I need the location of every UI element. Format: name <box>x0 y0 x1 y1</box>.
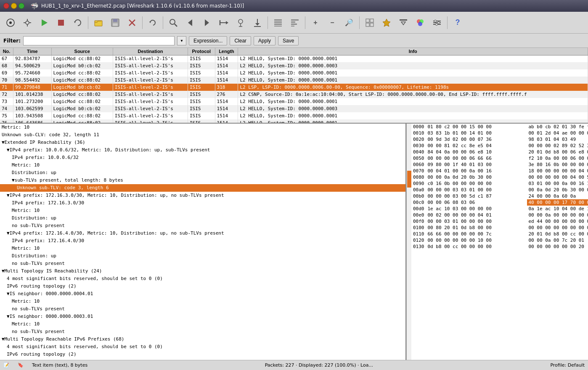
hex-row[interactable]: 005000 00 00 00 00 06 66 66f2 10 0a 00 0… <box>411 155 588 161</box>
detail-row[interactable]: 4 most significant bits reserved, should… <box>0 275 405 283</box>
hex-row[interactable]: 002000 9d 3d 02 00 00 07 3698 03 01 04 0… <box>411 136 588 143</box>
hex-row[interactable]: 008000 00 0a 0d 20 0b 30 0000 00 00 00 0… <box>411 174 588 180</box>
reload-btn[interactable] <box>145 15 161 31</box>
hex-row[interactable]: 00e000 02 00 00 00 00 04 0100 00 0a 00 0… <box>411 212 588 218</box>
detail-row[interactable]: no sub-TLVs present <box>0 222 405 230</box>
start-btn[interactable] <box>36 15 52 31</box>
table-row[interactable]: 76106.643686LogicMod cc:88:02ISIS-all-le… <box>0 119 588 124</box>
table-row[interactable]: 73101.273200LogicMod cc:88:02ISIS-all-le… <box>0 98 588 105</box>
detail-row[interactable]: ▼Multi Topology Reachable IPv6 Prefixes … <box>0 336 405 343</box>
options-btn[interactable] <box>19 15 35 31</box>
detail-row[interactable]: Metric: 10 <box>0 298 405 305</box>
filter-input[interactable] <box>23 36 175 45</box>
hex-row[interactable]: 011066 66 00 00 00 00 00 7c20 01 0d b8 0… <box>411 231 588 237</box>
col-destination[interactable]: Destination <box>113 48 188 55</box>
detail-row[interactable]: Metric: 10 <box>0 161 405 169</box>
open-btn[interactable] <box>90 15 106 31</box>
table-row[interactable]: 72101.014238LogicMod cc:88:02ISIS-all-le… <box>0 91 588 98</box>
detail-row[interactable]: IPv4 prefix: 172.16.4.0/30 <box>0 237 405 245</box>
detail-row[interactable]: no sub-TLVs present <box>0 260 405 267</box>
restart-btn[interactable] <box>70 15 86 31</box>
save-btn[interactable] <box>107 15 123 31</box>
col-source[interactable]: Source <box>51 48 113 55</box>
table-row[interactable]: 75103.943508LogicMod cc:88:02ISIS-all-le… <box>0 112 588 119</box>
col-length[interactable]: Length <box>215 48 238 55</box>
detail-row[interactable]: Metric: 10 <box>0 245 405 252</box>
expand-btn[interactable] <box>362 15 378 31</box>
hex-dump-panel[interactable]: 000001 80 c2 00 00 15 00 00ab b0 cb 02 0… <box>411 124 588 360</box>
close-file-btn[interactable] <box>124 15 140 31</box>
table-row[interactable]: 6995.724660LogicMod cc:88:02ISIS-all-lev… <box>0 69 588 77</box>
hex-row[interactable]: 012000 00 00 00 00 00 10 0000 00 0a 00 7… <box>411 237 588 243</box>
hex-row[interactable]: 01300d b8 00 cc 00 00 00 0000 00 00 00 0… <box>411 243 588 250</box>
detail-row[interactable]: Metric: 10 <box>0 207 405 214</box>
hex-row[interactable]: 001003 83 1b 01 00 14 01 0000 01 2d 04 a… <box>411 130 588 136</box>
detail-row[interactable]: Distribution: up <box>0 169 405 177</box>
detail-row[interactable]: Metric: 10 <box>0 320 405 328</box>
stop-btn[interactable] <box>53 15 69 31</box>
detail-row[interactable]: IPv4 prefix: 172.16.3.0/30 <box>0 199 405 207</box>
detail-row[interactable]: ▼IPv6 prefix: 2001:db8::6666/128, Metric… <box>0 358 405 360</box>
color-btn[interactable] <box>412 15 428 31</box>
prev-btn[interactable] <box>182 15 198 31</box>
hex-row[interactable]: 006009 80 00 1f 40 01 03 003e 80 16 0b 0… <box>411 161 588 168</box>
detail-row[interactable]: ▼Extended IP Reachability (36) <box>0 139 405 146</box>
pkt-detail-btn[interactable] <box>287 15 303 31</box>
col-time[interactable]: Time <box>13 48 52 55</box>
pin-btn[interactable] <box>233 15 249 31</box>
filter2-btn[interactable] <box>379 15 395 31</box>
help-btn[interactable]: ? <box>450 15 466 31</box>
interfaces-btn[interactable] <box>3 15 19 31</box>
detail-row[interactable]: IPv6 routing topology (2) <box>0 283 405 290</box>
prefs-btn[interactable] <box>429 15 445 31</box>
hex-row[interactable]: 003000 00 81 02 cc 8e e5 0400 00 00 02 8… <box>411 143 588 149</box>
detail-row[interactable]: Unknown sub-CLV: code 32, length 11 <box>0 131 405 139</box>
hex-row[interactable]: 00c000 00 06 08 03 0640 00 00 00 17 70 0… <box>411 199 588 206</box>
detail-row[interactable]: Unknown sub-TLV: code 3, length 6 <box>0 184 405 192</box>
hex-row[interactable]: 004084 04 0a 00 00 06 e8 1020 01 0d b8 0… <box>411 149 588 155</box>
find-btn[interactable] <box>165 15 181 31</box>
detail-row[interactable]: IPv4 prefix: 10.0.0.6/32 <box>0 154 405 161</box>
detail-row[interactable]: ▼IPv4 prefix: 172.16.4.0/30, Metric: 10,… <box>0 230 405 237</box>
hex-row[interactable]: 0090c0 16 0b 00 00 00 00 0003 01 00 00 0… <box>411 180 588 187</box>
next-btn[interactable] <box>199 15 215 31</box>
down-btn[interactable] <box>249 15 265 31</box>
maximize-window-btn[interactable] <box>19 3 24 9</box>
detail-row[interactable]: ▼IPv4 prefix: 172.16.3.0/30, Metric: 10,… <box>0 192 405 199</box>
detail-row[interactable]: 4 most significant bits reserved, should… <box>0 343 405 351</box>
table-row[interactable]: 6792.834787LogicMod cc:88:02ISIS-all-lev… <box>0 55 588 62</box>
minimize-window-btn[interactable] <box>11 3 17 9</box>
close-window-btn[interactable] <box>3 3 9 9</box>
filter-dropdown-btn[interactable]: ▾ <box>177 36 186 45</box>
hex-row[interactable]: 00f000 00 03 01 00 00 00 00ed 44 00 00 0… <box>411 218 588 225</box>
expression-btn[interactable]: Expression... <box>189 36 227 45</box>
detail-row[interactable]: Distribution: up <box>0 214 405 222</box>
packet-detail-panel[interactable]: Metric: 10Unknown sub-CLV: code 32, leng… <box>0 124 406 360</box>
apply-btn[interactable]: Apply <box>254 36 275 45</box>
hex-row[interactable]: 007000 04 01 00 00 0a 00 1618 00 00 00 0… <box>411 168 588 174</box>
clear-btn[interactable]: Clear <box>230 36 251 45</box>
detail-scrollbar[interactable] <box>406 124 411 360</box>
detail-row[interactable]: IPv6 routing topology (2) <box>0 351 405 358</box>
col-info[interactable]: Info <box>238 48 588 55</box>
detail-row[interactable]: Metric: 10 <box>0 124 405 131</box>
hex-row[interactable]: 00b000 00 00 03 00 5d c1 8724 00 00 0a 6… <box>411 193 588 199</box>
detail-row[interactable]: no sub-TLVs present <box>0 305 405 313</box>
zoom-out-btn[interactable]: 🔎 <box>341 15 357 31</box>
hex-row[interactable]: 00d01e ac 10 03 00 00 00 000a 1e ac 10 0… <box>411 206 588 212</box>
detail-row[interactable]: ▼IPv4 prefix: 10.0.0.6/32, Metric: 10, D… <box>0 146 405 154</box>
hex-row[interactable]: 00a000 00 00 03 03 01 00 0000 0a 0d 20 0… <box>411 187 588 193</box>
pkt-list-btn[interactable] <box>270 15 286 31</box>
filter3-btn[interactable] <box>395 15 411 31</box>
goto-btn[interactable] <box>216 15 232 31</box>
detail-row[interactable]: ▼Multi Topology IS Reachability (24) <box>0 267 405 275</box>
detail-row[interactable]: ▼IS neighbor: 0000.0000.0003.01 <box>0 313 405 320</box>
table-row[interactable]: 6894.500629LogicMod b0:cb:02ISIS-all-lev… <box>0 62 588 69</box>
packet-list-panel[interactable]: No. Time Source Destination Protocol Len… <box>0 48 588 124</box>
detail-row[interactable]: Distribution: up <box>0 252 405 260</box>
detail-row[interactable]: ▼IS neighbor: 0000.0000.0004.01 <box>0 290 405 298</box>
hex-row[interactable]: 010000 80 20 01 0d b8 00 0000 00 00 00 0… <box>411 225 588 231</box>
rem-col-btn[interactable]: − <box>324 15 340 31</box>
detail-row[interactable]: ▼sub-TLVs present, total length: 8 bytes <box>0 177 405 184</box>
table-row[interactable]: 7199.279848LogicMod b0:cb:02ISIS-all-lev… <box>0 84 588 91</box>
